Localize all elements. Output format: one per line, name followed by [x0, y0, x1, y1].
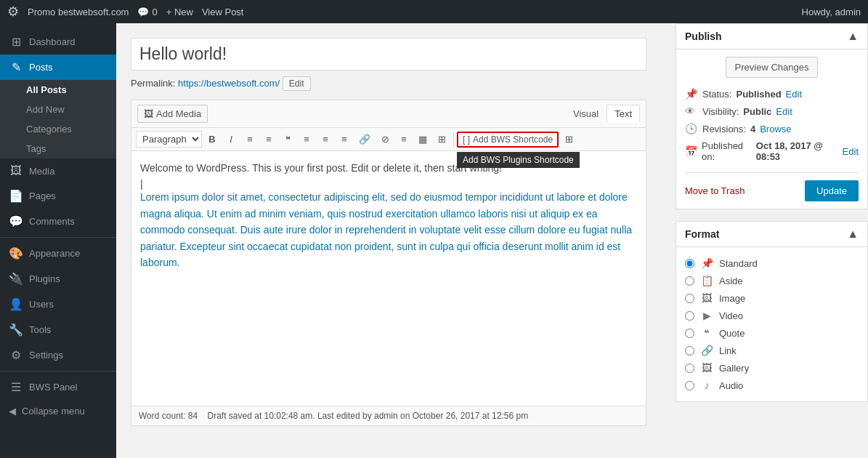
publish-actions-top: Preview Changes	[685, 57, 859, 78]
format-radio-quote[interactable]	[685, 329, 694, 338]
posts-submenu: All Posts Add New Categories Tags	[0, 80, 116, 158]
bws-shortcode-wrapper: [ ] Add BWS Shortcode Add BWS Plugins Sh…	[457, 132, 559, 148]
visibility-label: Visibility:	[702, 106, 739, 117]
align-left-button[interactable]: ≡	[298, 131, 315, 148]
comment-icon: 💬	[137, 7, 149, 17]
publish-status-row: 📌 Status: Published Edit	[685, 85, 859, 103]
tab-text[interactable]: Text	[607, 105, 640, 123]
sidebar-item-label: Pages	[29, 190, 56, 201]
align-center-button[interactable]: ≡	[317, 131, 334, 148]
sidebar-item-appearance[interactable]: 🎨 Appearance	[0, 241, 116, 266]
preview-changes-button[interactable]: Preview Changes	[726, 57, 819, 78]
sidebar-item-dashboard[interactable]: ⊞ Dashboard	[0, 29, 116, 55]
ol-button[interactable]: ≡	[260, 131, 277, 148]
sidebar-subitem-add-new[interactable]: Add New	[0, 100, 116, 119]
sidebar-item-tools[interactable]: 🔧 Tools	[0, 317, 116, 342]
sidebar-item-posts[interactable]: ✎ Posts	[0, 55, 116, 80]
format-radio-aside[interactable]	[685, 276, 694, 286]
table-button[interactable]: ▦	[414, 131, 431, 148]
sidebar-item-bws-panel[interactable]: ☰ BWS Panel	[0, 374, 116, 400]
format-box-toggle[interactable]: ▲	[847, 228, 859, 241]
format-label-aside: Aside	[719, 276, 743, 286]
revisions-browse-link[interactable]: Browse	[760, 124, 791, 134]
format-radio-standard[interactable]	[685, 259, 694, 268]
view-post-link[interactable]: View Post	[202, 7, 244, 17]
sidebar-subitem-categories[interactable]: Categories	[0, 119, 116, 139]
format-select[interactable]: Paragraph	[136, 131, 202, 148]
format-radio-gallery[interactable]	[685, 363, 694, 373]
add-media-icon: 🖼	[144, 108, 153, 119]
appearance-icon: 🎨	[9, 246, 23, 260]
editor-container: 🖼 Add Media Visual Text Paragraph B I ≡ …	[131, 100, 646, 426]
comments-link[interactable]: 💬 0	[137, 7, 157, 17]
tab-visual[interactable]: Visual	[565, 105, 607, 123]
bws-shortcode-label: Add BWS Shortcode	[473, 134, 553, 145]
sidebar-item-comments[interactable]: 💬 Comments	[0, 209, 116, 234]
publish-box: Publish ▲ Preview Changes 📌 Status: Publ…	[676, 23, 868, 209]
link-button[interactable]: 🔗	[354, 131, 375, 148]
format-radio-audio[interactable]	[685, 381, 694, 390]
sidebar-item-label: Users	[29, 299, 54, 310]
view-tabs: Visual Text	[565, 105, 640, 123]
format-label-link: Link	[719, 345, 737, 356]
format-option-standard: 📌 Standard	[685, 254, 859, 272]
editor-body[interactable]: Welcome to WordPress. This is your first…	[131, 151, 646, 406]
site-name[interactable]: Promo bestwebsoft.com	[28, 7, 129, 17]
publish-box-header: Publish ▲	[676, 24, 867, 49]
update-button[interactable]: Update	[805, 180, 859, 201]
format-toolbar: Paragraph B I ≡ ≡ ❝ ≡ ≡ ≡ 🔗 ⊘ ≡ ▦ ⊞ [ ] …	[131, 128, 646, 151]
format-option-aside: 📋 Aside	[685, 272, 859, 289]
format-label-video: Video	[719, 310, 743, 321]
image-format-icon: 🖼	[700, 292, 713, 304]
format-label-standard: Standard	[719, 258, 758, 269]
add-media-button[interactable]: 🖼 Add Media	[137, 105, 208, 123]
status-label: Status:	[702, 89, 731, 100]
blockquote-button[interactable]: ❝	[279, 131, 296, 148]
format-label-quote: Quote	[719, 328, 745, 339]
word-count-label: Word count:	[139, 411, 185, 421]
ul-button[interactable]: ≡	[241, 131, 259, 148]
sidebar-subitem-tags[interactable]: Tags	[0, 139, 116, 158]
sidebar-subitem-all-posts[interactable]: All Posts	[0, 80, 116, 100]
unlink-button[interactable]: ⊘	[376, 131, 394, 148]
align-right-button[interactable]: ≡	[336, 131, 353, 148]
format-radio-link[interactable]	[685, 346, 694, 355]
italic-button[interactable]: I	[222, 131, 240, 148]
expand-button[interactable]: ⊞	[560, 131, 577, 148]
status-edit-link[interactable]: Edit	[786, 89, 802, 100]
post-title-input[interactable]	[131, 38, 646, 71]
new-menu[interactable]: + New	[166, 7, 193, 17]
move-to-trash-link[interactable]: Move to Trash	[685, 185, 745, 196]
editor-footer: Word count: 84 Draft saved at 10:02:48 a…	[131, 406, 646, 425]
publish-box-body: Preview Changes 📌 Status: Published Edit…	[676, 49, 867, 209]
admin-bar: ⚙ Promo bestwebsoft.com 💬 0 + New View P…	[0, 0, 868, 23]
sidebar-item-settings[interactable]: ⚙ Settings	[0, 342, 116, 368]
format-radio-video[interactable]	[685, 311, 694, 321]
publish-box-toggle[interactable]: ▲	[847, 30, 859, 43]
publish-actions-bottom: Move to Trash Update	[685, 172, 859, 201]
visibility-edit-link[interactable]: Edit	[776, 106, 792, 117]
sidebar-item-media[interactable]: 🖼 Media	[0, 158, 116, 183]
right-sidebar: Publish ▲ Preview Changes 📌 Status: Publ…	[661, 23, 868, 458]
format-label-image: Image	[719, 293, 745, 304]
permalink-url[interactable]: https://bestwebsoft.com/	[178, 78, 280, 89]
bold-button[interactable]: B	[203, 131, 221, 148]
sidebar-item-label: Dashboard	[29, 36, 76, 47]
format-radio-image[interactable]	[685, 294, 694, 303]
more-button[interactable]: ≡	[395, 131, 413, 148]
collapse-menu-button[interactable]: ◀ Collapse menu	[0, 400, 116, 422]
media-icon: 🖼	[9, 164, 23, 177]
fullscreen-button[interactable]: ⊞	[433, 131, 450, 148]
permalink-edit-button[interactable]: Edit	[283, 76, 311, 91]
format-box-title: Format	[685, 228, 719, 240]
footer-status: Draft saved at 10:02:48 am. Last edited …	[208, 411, 529, 421]
published-edit-link[interactable]: Edit	[843, 146, 859, 157]
bws-shortcode-button[interactable]: [ ] Add BWS Shortcode	[457, 132, 559, 148]
sidebar-item-pages[interactable]: 📄 Pages	[0, 183, 116, 209]
visibility-icon: 👁	[685, 105, 698, 117]
sidebar-item-users[interactable]: 👤 Users	[0, 292, 116, 317]
pages-icon: 📄	[9, 189, 23, 203]
settings-icon: ⚙	[9, 348, 23, 362]
wp-logo-icon: ⚙	[7, 4, 19, 20]
sidebar-item-plugins[interactable]: 🔌 Plugins	[0, 266, 116, 292]
